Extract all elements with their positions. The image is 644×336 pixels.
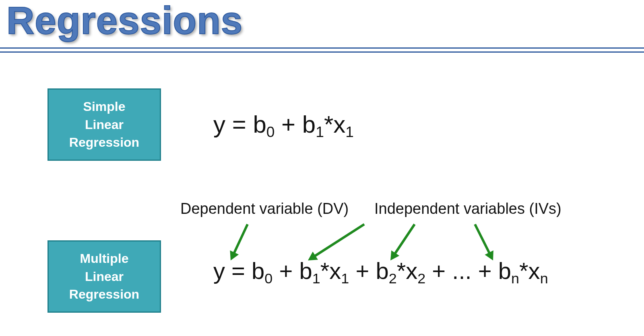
label-box-multiple-text: MultipleLinearRegression [69,250,139,303]
annotation-dependent-variable: Dependent variable (DV) [180,200,349,217]
arrow-line [233,224,248,256]
equation-simple: y = b0 + b1*x1 [213,111,354,141]
title-rule-bottom [0,51,644,53]
arrow-line [393,224,415,256]
page-title: Regressions [6,0,243,43]
label-box-simple-text: SimpleLinearRegression [69,98,139,152]
title-rule-top [0,47,644,49]
label-box-multiple: MultipleLinearRegression [47,240,161,313]
equation-multiple: y = b0 + b1*x1 + b2*x2 + ... + bn*xn [213,257,548,287]
label-box-simple: SimpleLinearRegression [47,88,161,161]
arrow-line [312,224,364,258]
annotation-independent-variables: Independent variables (IVs) [374,200,561,217]
arrow-line [475,224,491,256]
